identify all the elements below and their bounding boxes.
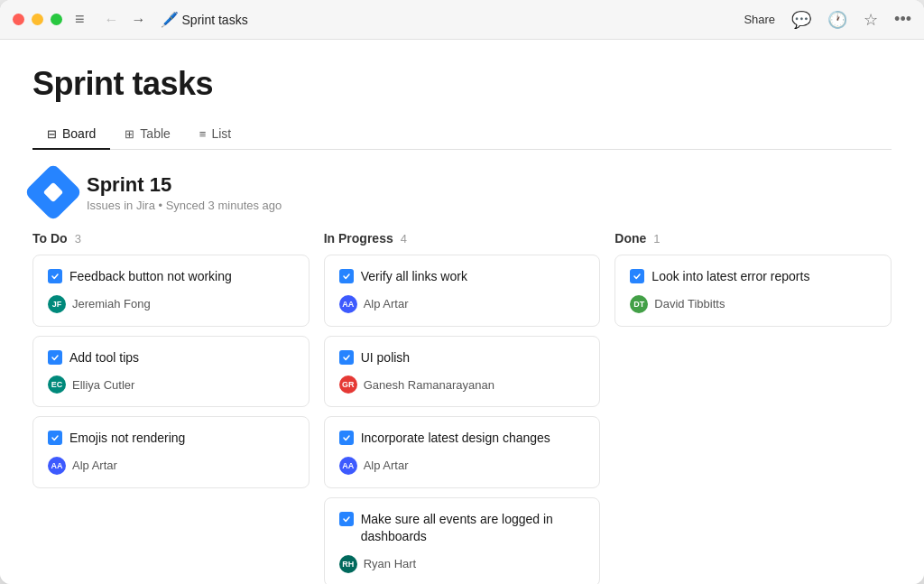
tab-table-label: Table xyxy=(140,126,170,141)
avatar: GR xyxy=(339,375,357,394)
table-tab-icon: ⊞ xyxy=(125,127,134,141)
share-button[interactable]: Share xyxy=(744,13,775,26)
forward-button[interactable]: → xyxy=(128,10,150,30)
card-inprogress-1[interactable]: UI polish GR Ganesh Ramanarayanan xyxy=(324,336,601,408)
card-title: Verify all links work xyxy=(361,268,467,286)
card-checkbox[interactable] xyxy=(339,350,354,365)
history-icon[interactable]: 🕐 xyxy=(827,10,847,30)
close-button[interactable] xyxy=(13,14,24,25)
card-inprogress-2[interactable]: Incorporate latest design changes AA Alp… xyxy=(324,416,601,488)
card-checkbox[interactable] xyxy=(48,350,62,365)
titlebar: ≡ ← → 🖊️ Sprint tasks Share 💬 🕐 ☆ ••• xyxy=(0,0,924,40)
card-checkbox[interactable] xyxy=(48,269,62,283)
card-title: Look into latest error reports xyxy=(651,268,809,286)
card-title-row: Incorporate latest design changes xyxy=(339,430,586,448)
card-assignee: RH Ryan Hart xyxy=(339,555,586,573)
more-icon[interactable]: ••• xyxy=(894,10,911,29)
card-title-row: Make sure all events are logged in dashb… xyxy=(339,511,586,546)
sprint-info: Sprint 15 Issues in Jira • Synced 3 minu… xyxy=(87,173,282,212)
back-button[interactable]: ← xyxy=(101,10,123,30)
card-checkbox[interactable] xyxy=(48,431,62,445)
view-tabs: ⊟ Board ⊞ Table ≡ List xyxy=(32,119,892,150)
card-checkbox[interactable] xyxy=(630,269,644,283)
sprint-name: Sprint 15 xyxy=(87,173,282,197)
column-inprogress: In Progress 4 Verify all links work AA A… xyxy=(324,231,601,584)
assignee-name: Alp Artar xyxy=(72,459,117,472)
avatar: RH xyxy=(339,555,357,573)
card-checkbox[interactable] xyxy=(339,431,354,445)
tab-board[interactable]: ⊟ Board xyxy=(32,119,110,150)
titlebar-actions: Share 💬 🕐 ☆ ••• xyxy=(744,10,911,30)
card-todo-2[interactable]: Emojis not rendering AA Alp Artar xyxy=(32,416,310,488)
assignee-name: Alp Artar xyxy=(364,297,409,311)
column-title-done: Done xyxy=(614,231,646,246)
assignee-name: Ryan Hart xyxy=(364,557,417,570)
card-title-row: Emojis not rendering xyxy=(48,430,294,448)
card-assignee: AA Alp Artar xyxy=(339,457,586,475)
menu-icon[interactable]: ≡ xyxy=(75,10,85,29)
app-window: ≡ ← → 🖊️ Sprint tasks Share 💬 🕐 ☆ ••• Sp… xyxy=(0,0,924,584)
sprint-header: Sprint 15 Issues in Jira • Synced 3 minu… xyxy=(32,171,892,213)
card-inprogress-3[interactable]: Make sure all events are logged in dashb… xyxy=(324,497,601,584)
card-assignee: EC Elliya Cutler xyxy=(48,375,294,394)
board: To Do 3 Feedback button not working JF J… xyxy=(32,231,892,584)
card-title: Add tool tips xyxy=(69,349,139,367)
card-title: UI polish xyxy=(361,349,410,367)
column-count-done: 1 xyxy=(653,232,660,246)
sprint-subtitle: Issues in Jira • Synced 3 minutes ago xyxy=(87,199,282,212)
card-title-row: Look into latest error reports xyxy=(630,268,876,286)
main-content: Sprint tasks ⊟ Board ⊞ Table ≡ List Spri… xyxy=(0,40,924,584)
avatar: DT xyxy=(630,295,648,313)
card-title: Emojis not rendering xyxy=(69,430,185,448)
card-assignee: GR Ganesh Ramanarayanan xyxy=(339,375,586,394)
assignee-name: Jeremiah Fong xyxy=(72,297,151,311)
card-title: Incorporate latest design changes xyxy=(361,430,550,448)
column-count-todo: 3 xyxy=(75,232,81,246)
tab-list-label: List xyxy=(211,126,231,141)
column-done: Done 1 Look into latest error reports DT… xyxy=(614,231,892,336)
column-todo: To Do 3 Feedback button not working JF J… xyxy=(32,231,310,497)
tab-list[interactable]: ≡ List xyxy=(185,119,245,150)
sprint-logo-inner xyxy=(43,182,64,203)
card-title: Feedback button not working xyxy=(69,268,232,286)
page-icon: 🖊️ xyxy=(161,11,179,28)
avatar: AA xyxy=(339,457,357,475)
avatar: AA xyxy=(48,457,66,475)
comment-icon[interactable]: 💬 xyxy=(791,10,811,30)
maximize-button[interactable] xyxy=(51,14,62,25)
card-title-row: Add tool tips xyxy=(48,349,294,367)
card-title-row: Feedback button not working xyxy=(48,268,294,286)
column-header-todo: To Do 3 xyxy=(32,231,310,246)
card-todo-1[interactable]: Add tool tips EC Elliya Cutler xyxy=(32,336,310,408)
minimize-button[interactable] xyxy=(32,14,43,25)
nav-controls: ≡ ← → xyxy=(75,10,150,30)
favorite-icon[interactable]: ☆ xyxy=(864,10,878,30)
card-assignee: AA Alp Artar xyxy=(339,295,586,313)
assignee-name: Elliya Cutler xyxy=(72,378,134,392)
board-tab-icon: ⊟ xyxy=(47,127,57,141)
tab-table[interactable]: ⊞ Table xyxy=(110,119,184,150)
card-todo-0[interactable]: Feedback button not working JF Jeremiah … xyxy=(32,255,310,327)
card-checkbox[interactable] xyxy=(339,269,354,283)
card-assignee: JF Jeremiah Fong xyxy=(48,295,294,313)
assignee-name: David Tibbitts xyxy=(654,297,725,311)
card-title-row: Verify all links work xyxy=(339,268,586,286)
column-count-inprogress: 4 xyxy=(401,232,407,246)
traffic-lights xyxy=(13,14,62,25)
card-checkbox[interactable] xyxy=(339,512,354,526)
tab-board-label: Board xyxy=(62,126,96,141)
page-title: Sprint tasks xyxy=(32,65,892,103)
card-title-row: UI polish xyxy=(339,349,586,367)
avatar: AA xyxy=(339,295,357,313)
assignee-name: Alp Artar xyxy=(364,459,409,472)
avatar: EC xyxy=(48,375,66,394)
sprint-logo xyxy=(23,162,82,221)
column-title-todo: To Do xyxy=(32,231,68,246)
card-done-0[interactable]: Look into latest error reports DT David … xyxy=(614,255,892,327)
card-title: Make sure all events are logged in dashb… xyxy=(361,511,586,546)
card-inprogress-0[interactable]: Verify all links work AA Alp Artar xyxy=(324,255,601,327)
assignee-name: Ganesh Ramanarayanan xyxy=(364,378,494,392)
card-assignee: DT David Tibbitts xyxy=(630,295,876,313)
column-title-inprogress: In Progress xyxy=(324,231,393,246)
column-header-done: Done 1 xyxy=(614,231,892,246)
